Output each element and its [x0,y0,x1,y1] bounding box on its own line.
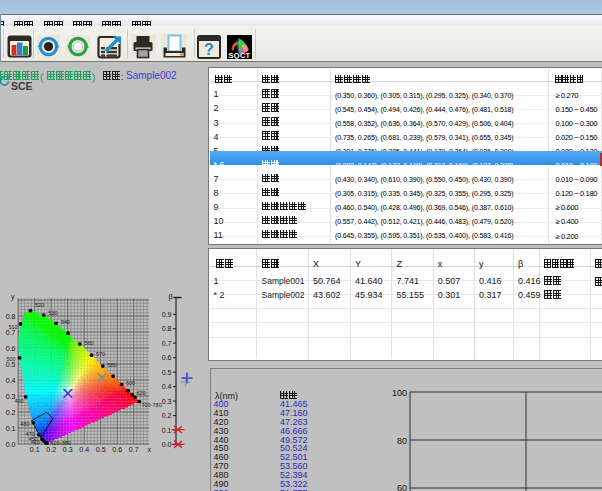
svg-text:0.0: 0.0 [6,441,16,448]
svg-text:0.3: 0.3 [63,446,73,453]
svg-text:540: 540 [61,319,70,325]
svg-text:0.6: 0.6 [6,345,16,352]
svg-text:0.0: 0.0 [162,441,172,448]
svg-text:0.1: 0.1 [6,425,16,432]
svg-text:100: 100 [392,388,407,398]
svg-text:0.9: 0.9 [162,311,172,318]
svg-text:700-780: 700-780 [142,402,162,408]
svg-text:0.1: 0.1 [162,427,172,434]
svg-text:0.5: 0.5 [162,369,172,376]
svg-text:580: 580 [108,362,117,368]
svg-text:β: β [169,292,174,301]
svg-text:0.2: 0.2 [162,412,172,419]
svg-text:490: 490 [15,398,24,404]
svg-text:0.4: 0.4 [79,446,89,453]
svg-text:y: y [11,293,15,301]
svg-text:0.7: 0.7 [162,340,172,347]
svg-text:0.8: 0.8 [162,325,172,332]
svg-text:570: 570 [96,351,105,357]
svg-text:x: x [148,446,152,453]
svg-text:600: 600 [126,380,135,386]
svg-text:520: 520 [35,302,44,308]
svg-text:60: 60 [397,483,407,491]
svg-text:?: ? [204,41,214,58]
svg-text:560: 560 [85,340,94,346]
svg-text:0.2: 0.2 [46,446,56,453]
svg-text:0.3: 0.3 [162,398,172,405]
svg-text:0.3: 0.3 [6,393,16,400]
svg-text:480: 480 [21,421,30,427]
svg-text:0.5: 0.5 [6,361,16,368]
svg-text:420-380: 420-380 [51,440,71,446]
svg-text:0.8: 0.8 [6,313,16,320]
svg-text:0.6: 0.6 [112,446,122,453]
svg-text:0.5: 0.5 [96,446,106,453]
svg-text:530: 530 [49,310,58,316]
svg-text:0.7: 0.7 [6,329,16,336]
svg-text:0.7: 0.7 [129,446,139,453]
svg-text:0.2: 0.2 [6,409,16,416]
svg-text:410: 410 [31,439,40,445]
svg-text:620: 620 [137,390,146,396]
svg-text:0.1: 0.1 [30,446,40,453]
svg-text:0.6: 0.6 [162,354,172,361]
svg-text:80: 80 [397,436,407,446]
svg-text:0.4: 0.4 [162,383,172,390]
svg-text:SQCT: SQCT [228,51,250,59]
svg-text:0.4: 0.4 [6,377,16,384]
